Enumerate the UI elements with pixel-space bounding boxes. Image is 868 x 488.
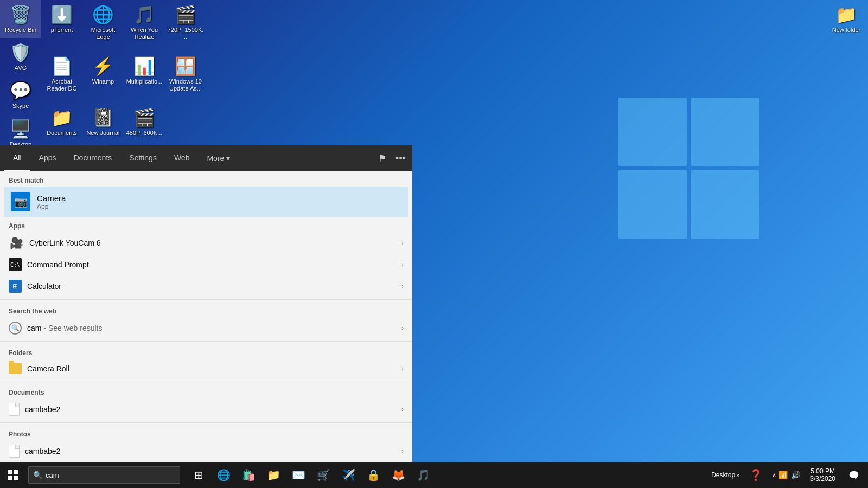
desktop-icon-multiplication[interactable]: 📊 Multiplicatio...	[124, 52, 165, 97]
start-button[interactable]	[0, 462, 26, 488]
result-command-prompt[interactable]: C:\ Command Prompt ›	[0, 254, 412, 275]
cyberlink-label: CyberLink YouCam 6	[29, 239, 396, 247]
more-options-icon[interactable]: •••	[393, 151, 408, 166]
sys-tray[interactable]: ∧ 📶 🔊	[770, 462, 803, 488]
result-camera-roll[interactable]: Camera Roll ›	[0, 359, 412, 378]
taskbar-task-view[interactable]: ⊞	[187, 462, 210, 488]
folders-section-label: Folders	[0, 344, 412, 359]
calc-icon: ⊞	[9, 280, 22, 293]
chevron-right-icon-web: ›	[401, 324, 404, 332]
taskbar-clock[interactable]: 5:00 PM 3/3/2020	[806, 467, 840, 483]
result-web-cam[interactable]: 🔍 cam - See web results ›	[0, 317, 412, 339]
tab-apps[interactable]: Apps	[30, 145, 65, 171]
notification-center-button[interactable]: 🗨️	[842, 462, 866, 488]
best-match-info: Camera App	[37, 194, 66, 210]
taskbar-app1[interactable]: 🔒	[361, 462, 385, 488]
web-search-icon: 🔍	[9, 322, 22, 335]
taskbar-firefox[interactable]: 🦊	[386, 462, 410, 488]
desktop-icon-acrobat[interactable]: 📄 Acrobat Reader DC	[41, 52, 82, 97]
svg-rect-2	[8, 476, 12, 480]
document-icon	[9, 403, 20, 416]
notification-icon: 🗨️	[848, 470, 859, 480]
start-menu: All Apps Documents Settings Web More ▾ ⚑…	[0, 145, 412, 462]
chevron-up-icon: ∧	[772, 472, 776, 479]
divider-folders	[0, 341, 412, 342]
windows-logo-bg	[618, 98, 760, 239]
best-match-label: Best match	[0, 171, 412, 187]
desktop-icons-top-row2: 📄 Acrobat Reader DC ⚡ Winamp 📊 Multiplic…	[41, 52, 206, 97]
desktop-icon-windows-update[interactable]: 🪟 Windows 10 Update As...	[165, 52, 206, 97]
taskbar-desktop-btn[interactable]: Desktop »	[709, 462, 742, 488]
desktop-icon-edge[interactable]: 🌐 Microsoft Edge	[82, 0, 124, 45]
taskbar-store[interactable]: 🛍️	[237, 462, 260, 488]
show-hidden-icon: »	[736, 472, 739, 478]
video-480p-icon: 🎬	[133, 107, 155, 128]
desktop-icons-top-row3: 📁 Documents 📓 New Journal 🎬 480P_600K...	[41, 103, 165, 141]
calc-label: Calculator	[27, 282, 396, 291]
taskbar-edge[interactable]: 🌐	[212, 462, 235, 488]
clock-date: 3/3/2020	[810, 475, 835, 483]
taskbar: 🔍 ⊞ 🌐 🛍️ 📁 ✉️ 🛒 ✈️ 🔒 🦊 🎵 Desktop »	[0, 462, 868, 488]
desktop-icon-new-journal[interactable]: 📓 New Journal	[82, 103, 124, 141]
chevron-right-icon-photo: ›	[401, 447, 404, 455]
desktop-icon-skype[interactable]: 💬 Skype	[0, 76, 41, 114]
desktop-icon-winamp[interactable]: ⚡ Winamp	[82, 52, 124, 97]
desktop-icon-avg[interactable]: 🛡️ AVG	[0, 38, 41, 76]
avg-icon: 🛡️	[10, 42, 31, 63]
divider-photos	[0, 422, 412, 423]
desktop-icon-utorrent[interactable]: ⬇️ µTorrent	[41, 0, 82, 45]
web-cam-label: cam - See web results	[27, 324, 396, 332]
acrobat-icon: 📄	[51, 56, 73, 76]
svg-rect-1	[14, 470, 18, 474]
cmd-label: Command Prompt	[27, 260, 396, 269]
desktop-icon-documents[interactable]: 📁 Documents	[41, 103, 82, 141]
desktop: 🗑️ Recycle Bin 🛡️ AVG 💬 Skype 🖥️ Desktop…	[0, 0, 868, 488]
desktop-icon-720p[interactable]: 🎬 720P_1500K...	[165, 0, 206, 45]
result-cambabe2-doc[interactable]: cambabe2 ›	[0, 399, 412, 420]
help-icon: ❓	[749, 468, 763, 481]
taskbar-help[interactable]: ❓	[744, 462, 768, 488]
tab-all[interactable]: All	[4, 145, 30, 171]
tab-documents[interactable]: Documents	[65, 145, 120, 171]
chevron-right-icon: ›	[401, 239, 404, 247]
tab-more[interactable]: More ▾	[198, 145, 239, 171]
best-match-item[interactable]: 📷 Camera App	[4, 187, 408, 217]
search-input[interactable]	[46, 471, 175, 479]
video-720p-icon: 🎬	[175, 4, 196, 25]
taskbar-explorer[interactable]: 📁	[261, 462, 285, 488]
search-tabs-bar: All Apps Documents Settings Web More ▾ ⚑…	[0, 145, 412, 171]
photos-section-label: Photos	[0, 425, 412, 440]
camera-roll-label: Camera Roll	[27, 364, 396, 373]
desktop-icon-new-folder-tr[interactable]: 📁 New folder	[825, 0, 868, 38]
result-cyberlink[interactable]: 🎥 CyberLink YouCam 6 ›	[0, 232, 412, 254]
chevron-right-icon-calc: ›	[401, 282, 404, 290]
svg-rect-3	[14, 476, 18, 480]
documents-section-label: Documents	[0, 383, 412, 399]
network-icon: 📶	[778, 471, 788, 479]
desktop-icon-when-you-realize[interactable]: 🎵 When You Realize	[124, 0, 165, 45]
volume-icon: 🔊	[791, 471, 800, 479]
taskbar-amazon[interactable]: 🛒	[311, 462, 335, 488]
tab-settings[interactable]: Settings	[120, 145, 165, 171]
skype-icon: 💬	[10, 80, 31, 101]
result-cambabe2-photo[interactable]: cambabe2 ›	[0, 440, 412, 462]
chevron-right-icon-folder: ›	[401, 365, 404, 373]
new-folder-tr-icon: 📁	[835, 4, 857, 25]
apps-section-label: Apps	[0, 217, 412, 232]
desktop-icon-recycle-bin[interactable]: 🗑️ Recycle Bin	[0, 0, 41, 38]
taskbar-vlc[interactable]: 🎵	[411, 462, 435, 488]
result-calculator[interactable]: ⊞ Calculator ›	[0, 275, 412, 297]
documents-icon: 📁	[51, 107, 73, 128]
windows-start-icon	[8, 470, 18, 480]
taskbar-tripadvisor[interactable]: ✈️	[336, 462, 360, 488]
search-web-label: Search the web	[0, 302, 412, 317]
photo-icon	[9, 445, 20, 458]
tab-web[interactable]: Web	[165, 145, 199, 171]
desktop-icon-480p[interactable]: 🎬 480P_600K...	[124, 103, 165, 141]
camera-app-icon: 📷	[11, 192, 30, 211]
taskbar-search-bar[interactable]: 🔍	[28, 466, 180, 484]
desktop-icons-top-row1: ⬇️ µTorrent 🌐 Microsoft Edge 🎵 When You …	[41, 0, 206, 45]
taskbar-mail[interactable]: ✉️	[286, 462, 310, 488]
journal-icon: 📓	[92, 107, 114, 128]
feedback-icon[interactable]: ⚑	[376, 150, 389, 166]
